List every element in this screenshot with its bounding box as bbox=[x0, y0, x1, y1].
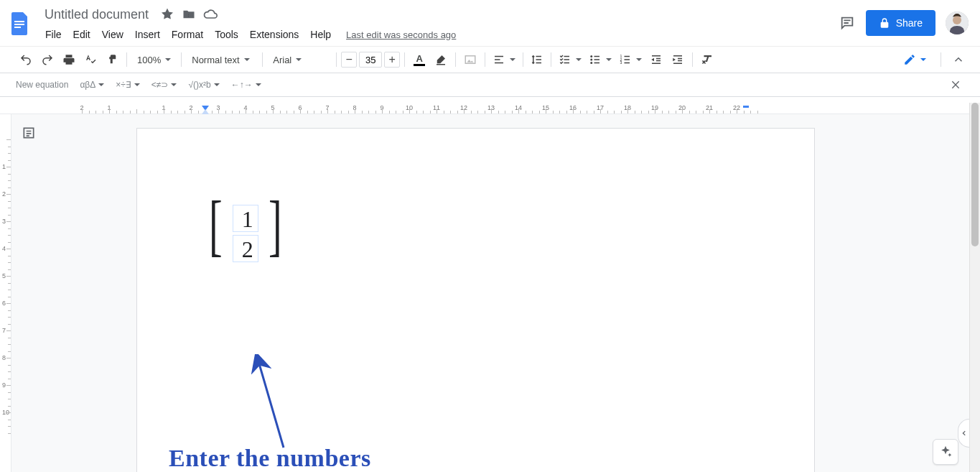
menu-bar: File Edit View Insert Format Tools Exten… bbox=[40, 24, 839, 45]
zoom-dropdown[interactable]: 100% bbox=[131, 50, 177, 70]
insert-image-button[interactable] bbox=[460, 50, 480, 70]
font-size-input[interactable] bbox=[359, 52, 382, 68]
line-spacing-dropdown[interactable] bbox=[528, 50, 546, 70]
document-title[interactable]: Untitled document bbox=[40, 6, 153, 24]
svg-rect-1 bbox=[14, 24, 24, 25]
horizontal-ruler[interactable]: 2112345678910111213141516171819202122 bbox=[0, 103, 969, 114]
menu-view[interactable]: View bbox=[97, 26, 129, 43]
share-button[interactable]: Share bbox=[866, 10, 935, 36]
increase-indent-button[interactable] bbox=[668, 50, 688, 70]
arrows-dropdown[interactable]: ←↑→ bbox=[227, 76, 266, 93]
print-button[interactable] bbox=[59, 50, 79, 70]
star-icon[interactable] bbox=[160, 7, 174, 22]
cloud-status-icon[interactable] bbox=[203, 7, 218, 22]
new-equation-button[interactable]: New equation bbox=[16, 80, 68, 90]
right-bracket: ] bbox=[269, 194, 282, 273]
spellcheck-button[interactable] bbox=[80, 50, 101, 70]
menu-extensions[interactable]: Extensions bbox=[245, 26, 304, 43]
last-edit-link[interactable]: Last edit was seconds ago bbox=[346, 29, 456, 40]
increase-font-size-button[interactable]: + bbox=[384, 52, 400, 68]
editing-mode-dropdown[interactable] bbox=[897, 50, 932, 69]
svg-point-7 bbox=[591, 59, 593, 61]
docs-logo[interactable] bbox=[6, 4, 34, 43]
greek-letters-dropdown[interactable]: αβΔ bbox=[75, 76, 108, 93]
svg-point-8 bbox=[591, 62, 593, 64]
menu-format[interactable]: Format bbox=[167, 26, 208, 43]
matrix-cell-1[interactable]: 2 bbox=[233, 235, 258, 262]
share-label: Share bbox=[896, 17, 923, 29]
undo-button[interactable] bbox=[16, 50, 36, 70]
svg-rect-0 bbox=[14, 21, 24, 22]
account-avatar[interactable] bbox=[946, 11, 969, 34]
highlight-color-button[interactable] bbox=[431, 50, 451, 70]
move-icon[interactable] bbox=[182, 7, 196, 22]
vertical-ruler[interactable]: 12345678910 bbox=[0, 114, 11, 472]
menu-help[interactable]: Help bbox=[305, 26, 336, 43]
math-operations-dropdown[interactable]: √()x²b bbox=[184, 76, 223, 93]
numbered-list-dropdown[interactable]: 123 bbox=[616, 50, 645, 70]
left-bracket: [ bbox=[209, 194, 223, 273]
misc-operations-dropdown[interactable]: ×÷∃ bbox=[111, 76, 144, 93]
menu-tools[interactable]: Tools bbox=[210, 26, 243, 43]
equation-toolbar: New equation αβΔ ×÷∃ <≠⊃ √()x²b ←↑→ bbox=[0, 73, 980, 97]
close-equation-toolbar-button[interactable] bbox=[947, 76, 964, 93]
comments-icon[interactable] bbox=[839, 14, 856, 32]
main-toolbar: 100% Normal text Arial − + A 123 bbox=[0, 46, 980, 73]
matrix-cell-0[interactable]: 1 bbox=[233, 205, 258, 232]
svg-point-4 bbox=[953, 16, 961, 24]
svg-text:3: 3 bbox=[620, 60, 622, 65]
relations-dropdown[interactable]: <≠⊃ bbox=[147, 76, 182, 93]
hide-menus-button[interactable] bbox=[950, 51, 967, 68]
side-panel-toggle[interactable] bbox=[958, 419, 969, 448]
paint-format-button[interactable] bbox=[102, 50, 122, 70]
svg-rect-2 bbox=[14, 27, 21, 28]
document-page[interactable]: [ 1 2 ] bbox=[136, 128, 815, 472]
align-dropdown[interactable] bbox=[490, 50, 518, 70]
svg-point-6 bbox=[591, 55, 593, 57]
bulleted-list-dropdown[interactable] bbox=[586, 50, 615, 70]
clear-formatting-button[interactable] bbox=[697, 50, 717, 70]
menu-insert[interactable]: Insert bbox=[130, 26, 165, 43]
document-outline-button[interactable] bbox=[19, 123, 39, 143]
checklist-dropdown[interactable] bbox=[556, 50, 584, 70]
matrix-equation[interactable]: [ 1 2 ] bbox=[206, 200, 284, 267]
decrease-indent-button[interactable] bbox=[646, 50, 666, 70]
document-canvas: 2112345678910111213141516171819202122 12… bbox=[0, 103, 980, 472]
decrease-font-size-button[interactable]: − bbox=[341, 52, 357, 68]
paragraph-style-dropdown[interactable]: Normal text bbox=[186, 50, 258, 70]
font-family-dropdown[interactable]: Arial bbox=[267, 50, 332, 70]
redo-button[interactable] bbox=[37, 50, 57, 70]
vertical-scrollbar[interactable] bbox=[969, 103, 980, 472]
menu-edit[interactable]: Edit bbox=[68, 26, 95, 43]
text-color-button[interactable]: A bbox=[409, 50, 429, 70]
annotation-text: Enter the numbers bbox=[169, 445, 371, 472]
explore-button[interactable] bbox=[933, 439, 958, 465]
menu-file[interactable]: File bbox=[40, 26, 67, 43]
